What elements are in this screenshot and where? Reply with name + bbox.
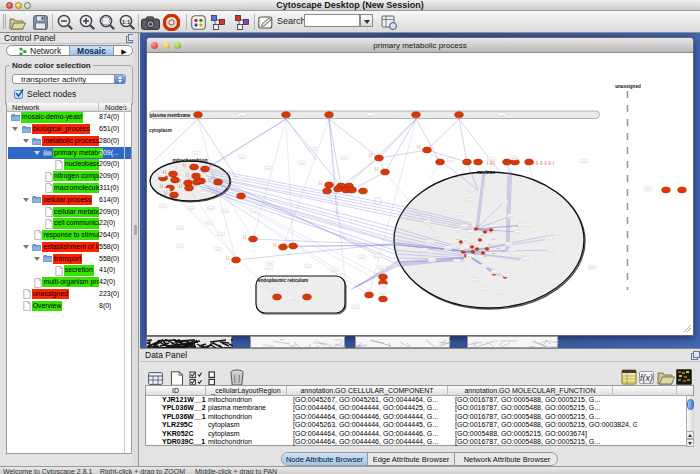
- svg-text:[..]: [..]: [283, 242, 286, 246]
- svg-text:[...]: [...]: [178, 245, 182, 248]
- svg-text:[...]: [...]: [178, 227, 182, 230]
- svg-text:[...]: [...]: [476, 243, 480, 246]
- svg-text:[...]: [...]: [194, 152, 198, 155]
- svg-text:[...]: [...]: [160, 174, 164, 177]
- svg-text:[...]: [...]: [516, 231, 520, 234]
- svg-text:x(-): x(-): [469, 242, 473, 245]
- svg-text:mitochondrion: mitochondrion: [173, 157, 208, 163]
- svg-text:[..]: [..]: [183, 163, 186, 167]
- svg-text:[...]: [...]: [464, 239, 468, 242]
- svg-text:[...]: [...]: [473, 279, 477, 282]
- svg-text:[..]: [..]: [319, 181, 322, 185]
- svg-text:[..]: [..]: [328, 187, 331, 191]
- svg-text:[...]: [...]: [209, 207, 213, 210]
- svg-text:[...]: [...]: [502, 201, 506, 204]
- svg-text:[..]: [..]: [178, 179, 181, 183]
- svg-text:[...]: [...]: [446, 247, 450, 250]
- svg-text:[...]: [...]: [468, 255, 472, 258]
- svg-text:[...]: [...]: [512, 157, 516, 160]
- svg-text:[...]: [...]: [375, 255, 379, 258]
- svg-text:[..]: [..]: [331, 182, 334, 186]
- svg-text:[...][...][...][...][...]: [...][...][...][...][...]: [533, 161, 554, 165]
- svg-text:[...]: [...]: [470, 189, 474, 192]
- svg-text:[...]: [...]: [360, 256, 364, 259]
- svg-text:[...]: [...]: [482, 265, 486, 268]
- svg-text:[...]: [...]: [478, 256, 482, 259]
- svg-text:[...]: [...]: [425, 221, 429, 224]
- svg-text:[..]: [..]: [179, 184, 182, 188]
- svg-text:[...]: [...]: [380, 267, 384, 270]
- svg-text:[..]: [..]: [226, 256, 229, 260]
- svg-text:[...]: [...]: [342, 157, 346, 160]
- svg-text:unassigned: unassigned: [615, 84, 641, 89]
- svg-text:[...]: [...]: [332, 269, 336, 272]
- svg-text:[...]: [...]: [505, 274, 509, 277]
- svg-text:[...]: [...]: [430, 259, 434, 262]
- svg-text:[..]: [..]: [208, 178, 211, 182]
- svg-text:[..]: [..]: [369, 153, 372, 157]
- svg-text:[...]: [...]: [507, 243, 511, 246]
- svg-text:[...]: [...]: [223, 210, 227, 213]
- svg-text:x(-): x(-): [456, 238, 460, 241]
- svg-text:[...]: [...]: [267, 267, 271, 270]
- svg-text:[...]: [...]: [493, 271, 497, 274]
- svg-text:[...]: [...]: [455, 260, 459, 263]
- svg-text:[..]: [..]: [353, 186, 356, 190]
- svg-text:[...]: [...]: [289, 297, 293, 300]
- svg-text:[...]: [...]: [520, 224, 524, 227]
- svg-text:endoplasmic reticulum: endoplasmic reticulum: [258, 278, 308, 283]
- svg-text:[...]: [...]: [453, 245, 457, 248]
- svg-text:[...]: [...]: [484, 288, 488, 291]
- svg-text:[...]: [...]: [268, 262, 272, 265]
- svg-text:[...]: [...]: [547, 238, 551, 241]
- svg-text:[..]: [..]: [160, 184, 163, 188]
- svg-text:x(-): x(-): [476, 224, 480, 227]
- svg-text:[...]: [...]: [300, 162, 304, 165]
- svg-text:[...]: [...]: [468, 231, 472, 234]
- svg-text:[...]: [...]: [381, 285, 385, 288]
- svg-text:[...]: [...]: [527, 224, 531, 227]
- svg-text:[..]: [..]: [189, 178, 192, 182]
- svg-text:[...]: [...]: [240, 114, 244, 117]
- svg-text:[...]: [...]: [238, 178, 242, 181]
- svg-text:[...]: [...]: [219, 233, 223, 236]
- svg-text:x(-): x(-): [481, 234, 485, 237]
- svg-text:[...]: [...]: [311, 148, 315, 151]
- svg-text:[...]: [...]: [189, 207, 193, 210]
- svg-text:[..]: [..]: [163, 170, 166, 174]
- svg-text:[...][..]: [...][..]: [487, 161, 495, 165]
- svg-text:[...]: [...]: [436, 235, 440, 238]
- svg-text:x(-): x(-): [459, 243, 463, 246]
- svg-text:[...]: [...]: [646, 188, 650, 191]
- svg-text:[...]: [...]: [252, 210, 256, 213]
- svg-text:[...]: [...]: [518, 270, 522, 273]
- svg-text:[...]: [...]: [354, 306, 358, 309]
- svg-text:[..]: [..]: [243, 235, 246, 239]
- svg-text:[...]: [...]: [520, 254, 524, 257]
- svg-text:[...]: [...]: [509, 215, 513, 218]
- svg-text:[...]: [...]: [498, 292, 502, 295]
- svg-text:cytoplasm: cytoplasm: [149, 128, 172, 133]
- svg-text:[...]: [...]: [369, 114, 373, 117]
- svg-text:[...]: [...]: [240, 156, 244, 159]
- svg-text:[...]: [...]: [207, 222, 211, 225]
- svg-text:x(-): x(-): [492, 238, 496, 241]
- svg-text:nucleus: nucleus: [477, 170, 495, 175]
- svg-text:[...]: [...]: [449, 159, 453, 162]
- svg-text:[..]: [..]: [193, 183, 196, 187]
- svg-text:[...]: [...]: [549, 249, 553, 252]
- svg-text:[...]: [...]: [445, 208, 449, 211]
- svg-text:[...]: [...]: [422, 249, 426, 252]
- svg-text:[..]: [..]: [375, 167, 378, 171]
- svg-text:x(-): x(-): [484, 255, 488, 258]
- svg-text:[...]: [...]: [500, 114, 504, 117]
- svg-text:[...]: [...]: [510, 249, 514, 252]
- svg-text:x(-): x(-): [488, 243, 492, 246]
- svg-text:x(-): x(-): [502, 250, 506, 253]
- svg-text:x(-): x(-): [497, 247, 501, 250]
- svg-text:x(-): x(-): [492, 252, 496, 255]
- svg-text:[...]: [...]: [555, 233, 559, 236]
- svg-text:[...]: [...]: [306, 265, 310, 268]
- svg-text:[...]: [...]: [202, 192, 206, 195]
- svg-text:[..]: [..]: [164, 191, 167, 195]
